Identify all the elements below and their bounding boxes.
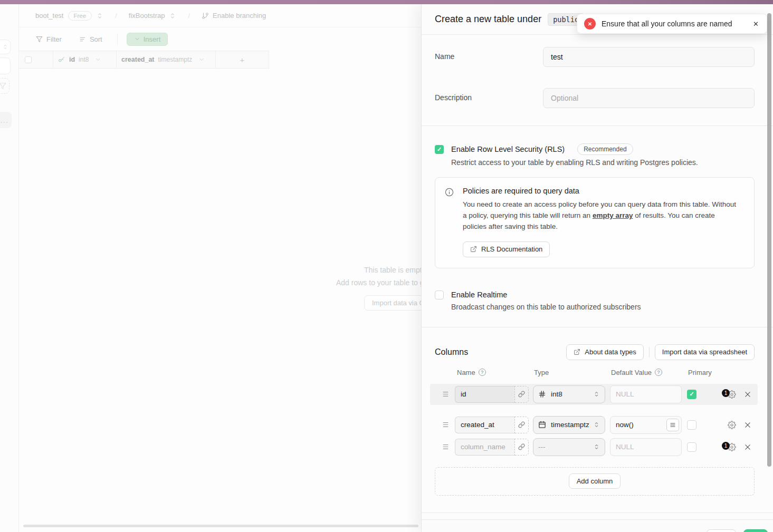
browser-theme-bar xyxy=(0,0,773,4)
realtime-label: Enable Realtime xyxy=(451,291,507,299)
rls-checkbox[interactable]: ✓ xyxy=(435,145,444,154)
remove-column-button[interactable] xyxy=(744,421,751,429)
primary-checkbox[interactable]: ✓ xyxy=(687,442,696,452)
column-settings-button[interactable]: 1 xyxy=(728,390,736,399)
rail-more-button[interactable]: ... xyxy=(0,112,12,128)
check-icon: ✓ xyxy=(437,146,442,153)
panel-title: Create a new table under xyxy=(435,14,541,25)
sort-icon xyxy=(79,36,86,43)
add-column-dropzone: Add column xyxy=(435,467,755,496)
select-all-checkbox[interactable] xyxy=(25,56,32,63)
filter-icon xyxy=(36,36,43,43)
columns-heading: Columns xyxy=(435,347,566,357)
panel-footer: Cancel Save xyxy=(422,519,773,532)
empty-array-link[interactable]: empty array xyxy=(593,211,633,219)
column-name-input[interactable] xyxy=(455,417,514,433)
cancel-button[interactable]: Cancel xyxy=(707,529,736,532)
chevron-down-icon xyxy=(134,36,140,42)
remove-column-button[interactable] xyxy=(744,443,751,451)
sort-button[interactable]: Sort xyxy=(79,35,102,43)
realtime-block: ✓ Enable Realtime Broadcast changes on t… xyxy=(435,291,755,311)
save-button[interactable]: Save xyxy=(743,529,768,532)
columns-section: Columns About data types Import data via… xyxy=(422,327,773,513)
remove-column-button[interactable] xyxy=(744,391,751,398)
chevron-selector-icon[interactable] xyxy=(169,12,176,20)
toolbar-divider xyxy=(117,33,118,45)
chevron-down-icon[interactable] xyxy=(95,56,101,63)
rls-label: Enable Row Level Security (RLS) xyxy=(451,145,565,153)
hash-icon xyxy=(538,390,546,398)
rls-description: Restrict access to your table by enablin… xyxy=(451,158,755,167)
ellipsis-icon: ... xyxy=(0,115,8,124)
plus-icon: + xyxy=(240,55,245,64)
rail-filter-button[interactable] xyxy=(0,78,9,94)
column-header-id[interactable]: id int8 xyxy=(58,51,101,68)
realtime-checkbox[interactable]: ✓ xyxy=(435,291,444,299)
project-name[interactable]: boot_test xyxy=(35,12,64,20)
panel-scrollbar[interactable] xyxy=(767,13,771,467)
primary-checkbox[interactable]: ✓ xyxy=(687,390,696,399)
buttons-divider xyxy=(649,347,650,357)
calendar-icon xyxy=(538,421,546,429)
column-settings-button[interactable] xyxy=(728,421,736,429)
breadcrumb-separator: / xyxy=(115,12,117,20)
git-branch-icon xyxy=(202,12,209,20)
column-type-select[interactable]: --- xyxy=(533,438,605,456)
table-toolbar: Filter Sort Insert xyxy=(19,27,421,51)
error-toast: ✕ Ensure that all your columns are named… xyxy=(577,14,767,34)
error-icon: ✕ xyxy=(584,18,596,30)
help-icon[interactable]: ? xyxy=(479,369,486,376)
external-link-icon xyxy=(470,246,477,253)
empty-state-subtitle: Add rows to your table to get started. xyxy=(336,278,421,287)
add-column-button[interactable]: Add column xyxy=(569,473,621,489)
table-name-input[interactable] xyxy=(543,47,755,67)
drag-handle-icon[interactable] xyxy=(442,391,450,398)
rail-schema-select[interactable] xyxy=(0,40,11,54)
rls-section: ✓ Enable Row Level Security (RLS) Recomm… xyxy=(422,126,773,327)
drag-handle-icon[interactable] xyxy=(442,421,450,428)
chevron-selector-icon xyxy=(593,443,600,450)
toast-message: Ensure that all your columns are named xyxy=(602,20,747,28)
table-description-input[interactable] xyxy=(543,88,755,108)
horizontal-scrollbar[interactable] xyxy=(23,525,418,527)
toast-close-icon[interactable]: ✕ xyxy=(753,20,759,28)
branch-name[interactable]: fixBootstrap xyxy=(129,12,165,20)
column-type-select[interactable]: int8 xyxy=(533,385,605,403)
settings-count-badge: 1 xyxy=(722,442,730,450)
rail-search-box[interactable] xyxy=(0,57,11,74)
chevron-selector-icon xyxy=(593,421,600,428)
help-icon[interactable]: ? xyxy=(655,369,662,376)
foreign-key-link-icon[interactable] xyxy=(514,439,529,456)
column-type-select[interactable]: timestamptz xyxy=(533,416,605,434)
default-value-input xyxy=(610,385,682,403)
drag-handle-icon[interactable] xyxy=(442,443,450,450)
settings-count-badge: 1 xyxy=(722,389,730,397)
foreign-key-link-icon[interactable] xyxy=(514,386,529,403)
info-title: Policies are required to query data xyxy=(463,187,737,195)
column-name-input[interactable] xyxy=(455,439,514,456)
basic-fields-section: Name Description xyxy=(422,35,773,126)
enable-branching-button[interactable]: Enable branching xyxy=(202,12,266,20)
filter-button[interactable]: Filter xyxy=(36,35,62,43)
primary-checkbox[interactable]: ✓ xyxy=(687,420,696,430)
insert-button[interactable]: Insert xyxy=(127,33,168,46)
left-rail: ... xyxy=(0,4,19,532)
import-spreadsheet-button[interactable]: Import data via spreadsheet xyxy=(655,344,755,360)
chevron-selector-icon[interactable] xyxy=(96,12,103,20)
about-data-types-button[interactable]: About data types xyxy=(566,344,644,360)
import-csv-button[interactable]: Import data via CSV xyxy=(364,295,421,311)
column-name-input[interactable] xyxy=(455,386,514,403)
rls-documentation-button[interactable]: RLS Documentation xyxy=(463,241,550,257)
column-row-new: --- ✓ 1 xyxy=(435,437,755,458)
chevron-down-icon[interactable] xyxy=(198,56,205,63)
foreign-key-link-icon[interactable] xyxy=(514,417,529,433)
create-table-panel: Create a new table under public Name Des… xyxy=(421,4,773,532)
column-header-created-at[interactable]: created_at timestamptz xyxy=(121,51,205,68)
add-column-header-button[interactable]: + xyxy=(215,51,269,68)
column-settings-button[interactable]: 1 xyxy=(728,443,736,451)
recommended-badge: Recommended xyxy=(577,143,633,155)
realtime-description: Broadcast changes on this table to autho… xyxy=(451,303,755,311)
column-row-created-at: timestamptz ✓ xyxy=(435,414,755,436)
empty-state-title: This table is empty xyxy=(364,266,421,274)
default-value-suggestions-button[interactable] xyxy=(666,419,679,431)
